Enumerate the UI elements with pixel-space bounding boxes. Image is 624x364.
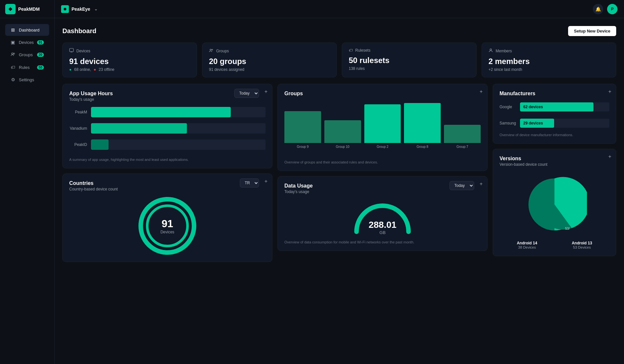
offline-indicator: ● <box>94 67 96 72</box>
mfr-google-fill: 62 devices <box>520 102 593 111</box>
group-bar-fill-9 <box>284 111 321 143</box>
legend-android14-label: Android 14 <box>517 241 537 245</box>
group-bar-fill-10 <box>324 120 361 143</box>
stat-card-members-header: Members <box>488 48 609 54</box>
app-usage-dropdown-wrap: Today Week Month <box>234 89 259 98</box>
groups-add-button[interactable]: + <box>480 89 483 95</box>
topbar: PeakEye ⌄ 🔔 P <box>55 0 624 18</box>
versions-legend: Android 14 38 Devices Android 13 53 Devi… <box>500 241 609 249</box>
groups-sub-text: 91 devices assigned <box>209 67 244 72</box>
gauge-wrap: 288.01 GB <box>350 199 415 235</box>
manufacturers-spacer <box>500 97 609 102</box>
groups-title: Groups <box>284 91 481 97</box>
group-label-2: Group 2 <box>377 145 388 149</box>
groups-spacer <box>284 97 481 100</box>
sidebar-item-devices[interactable]: ▣ Devices 91 <box>5 36 49 48</box>
topbar-chevron-icon[interactable]: ⌄ <box>94 7 98 11</box>
logo-text: PeakMDM <box>18 6 40 12</box>
main: PeakEye ⌄ 🔔 P Dashboard Setup New Device… <box>55 0 624 364</box>
bar-track-vanadium <box>91 123 266 134</box>
svg-point-3 <box>64 8 66 10</box>
logo-icon <box>5 4 16 14</box>
countries-dropdown[interactable]: TR US DE <box>240 178 259 188</box>
legend-android14: Android 14 38 Devices <box>517 241 537 249</box>
countries-donut-container: 91 Devices <box>69 197 266 255</box>
legend-android13-label: Android 13 <box>572 241 592 245</box>
app-usage-footer: A summary of app usage, highlighting the… <box>69 158 266 162</box>
topbar-logo-icon <box>61 5 69 13</box>
svg-rect-5 <box>71 52 72 52</box>
versions-pie-container: 53/ <box>500 172 609 237</box>
mfr-google-bar-wrap: Google 62 devices <box>500 102 609 111</box>
bar-label-vanadium: Vanadium <box>69 126 87 131</box>
dashboard-grid: + Today Week Month App Usage Hours Today… <box>62 84 616 262</box>
online-indicator: ● <box>69 67 72 72</box>
bar-track-peakid <box>91 139 266 150</box>
data-usage-subtitle: Today's usage <box>284 189 481 194</box>
mfr-samsung-value: 29 devices <box>523 121 543 125</box>
bar-track-peakm <box>91 107 266 117</box>
stat-card-rulesets: 🏷 Rulesets 50 rulesets 138 rules <box>342 43 476 77</box>
donut-center: 91 Devices <box>161 218 175 234</box>
app-usage-add-button[interactable]: + <box>265 89 267 95</box>
manufacturers-add-button[interactable]: + <box>608 89 611 95</box>
data-usage-add-button[interactable]: + <box>480 181 483 187</box>
group-bar-fill-8 <box>404 103 441 143</box>
group-bar-fill-2 <box>364 104 401 143</box>
svg-point-7 <box>212 49 213 50</box>
sidebar-item-settings[interactable]: ⚙ Settings <box>5 74 49 85</box>
svg-point-0 <box>9 8 11 10</box>
sidebar-item-dashboard[interactable]: ⊞ Dashboard <box>5 24 49 36</box>
legend-android13-devices: 53 Devices <box>572 245 592 249</box>
groups-footer: Overview of groups and their associated … <box>284 160 481 164</box>
legend-android14-devices: 38 Devices <box>517 245 537 249</box>
mfr-row-google: Google 62 devices <box>500 102 609 111</box>
sidebar-item-groups[interactable]: Groups 20 <box>5 49 49 61</box>
setup-new-device-button[interactable]: Setup New Device <box>568 26 616 36</box>
bar-row-peakid: PeakID <box>69 139 266 150</box>
donut-label: Devices <box>161 230 175 234</box>
group-label-8: Group 8 <box>417 145 428 149</box>
mfr-google-name: Google <box>500 105 517 109</box>
mfr-samsung-bar-wrap: Samsung 29 devices <box>500 119 609 128</box>
versions-widget: + Versions Version-based device count <box>493 149 616 256</box>
bar-label-peakid: PeakID <box>69 142 87 147</box>
stat-card-devices: Devices 91 devices ● 68 online, ● 23 off… <box>62 43 197 77</box>
stat-groups-value: 20 groups <box>209 57 330 66</box>
bar-label-peakm: PeakM <box>69 110 87 114</box>
group-bar-group9: Group 9 <box>284 103 321 149</box>
mfr-google-value: 62 devices <box>523 105 543 109</box>
content-area: Dashboard Setup New Device Devices 91 de… <box>55 18 624 364</box>
mfr-samsung-name: Samsung <box>500 121 517 125</box>
devices-badge: 91 <box>37 40 44 45</box>
dashboard-icon: ⊞ <box>10 27 16 32</box>
stat-devices-label: Devices <box>76 49 90 53</box>
mfr-spacer <box>500 115 609 119</box>
notification-button[interactable]: 🔔 <box>593 4 603 14</box>
versions-add-button[interactable]: + <box>608 154 611 160</box>
topbar-right: 🔔 P <box>593 4 618 14</box>
topbar-logo: PeakEye ⌄ <box>61 5 98 13</box>
devices-icon: ▣ <box>10 40 16 45</box>
mid-column: + Groups Group 9 Group 10 <box>278 84 488 262</box>
stat-card-rulesets-header: 🏷 Rulesets <box>349 48 470 53</box>
app-usage-dropdown[interactable]: Today Week Month <box>234 89 259 98</box>
user-avatar-button[interactable]: P <box>607 4 618 14</box>
group-bar-fill-7 <box>444 125 481 143</box>
gauge-value: 288.01 GB <box>350 220 415 235</box>
countries-add-button[interactable]: + <box>265 178 267 184</box>
rules-icon: 🏷 <box>10 65 16 70</box>
data-usage-dropdown[interactable]: Today Week Month <box>449 181 474 190</box>
bar-fill-peakid <box>91 139 109 150</box>
settings-icon: ⚙ <box>10 77 16 82</box>
sidebar-item-rules[interactable]: 🏷 Rules 50 <box>5 61 49 73</box>
svg-point-8 <box>490 49 492 50</box>
stat-members-label: Members <box>496 49 512 53</box>
stat-members-sub: +2 since last month <box>488 67 609 72</box>
sidebar-item-dashboard-label: Dashboard <box>19 28 40 32</box>
versions-pie-svg: 53/ <box>522 172 587 237</box>
page-title: Dashboard <box>62 27 96 35</box>
mfr-samsung-track: 29 devices <box>520 119 609 128</box>
stat-rulesets-value: 50 rulesets <box>349 56 470 65</box>
group-bar-group10: Group 10 <box>324 103 361 149</box>
